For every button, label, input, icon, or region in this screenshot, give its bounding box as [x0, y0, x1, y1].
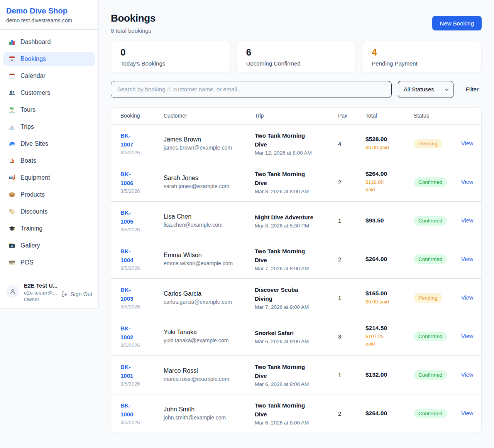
trip-datetime: Mar 8, 2026 at 5:30 PM — [255, 223, 338, 229]
sidebar-item-discounts[interactable]: Discounts — [3, 205, 95, 219]
booking-id-link[interactable]: BK-1001 — [120, 363, 142, 380]
stat-value: 6 — [246, 47, 347, 58]
view-link[interactable]: View — [461, 410, 473, 416]
booking-id-link[interactable]: BK-1004 — [120, 247, 142, 264]
customer-email: john.smith@example.com — [164, 414, 255, 421]
booking-id-link[interactable]: BK-1003 — [120, 286, 142, 303]
booking-date: 3/5/2026 — [120, 381, 164, 387]
booking-paid: $0.00 paid — [365, 298, 394, 306]
booking-id-link[interactable]: BK-1005 — [120, 209, 142, 226]
table-row: BK-1004 3/5/2026 Emma Wilson emma.wilson… — [111, 240, 481, 278]
column-header-booking: Booking — [120, 113, 164, 119]
view-link[interactable]: View — [461, 179, 473, 185]
table-row: BK-1002 3/5/2026 Yuki Tanaka yuki.tanaka… — [111, 317, 481, 355]
view-link[interactable]: View — [461, 256, 473, 262]
trip-name: Two Tank Morning Dive — [255, 247, 316, 265]
booking-paid: $132.00 paid — [365, 179, 394, 194]
booking-id-link[interactable]: BK-1000 — [120, 401, 142, 419]
column-header-status: Status — [414, 113, 461, 119]
sidebar-item-label: Discounts — [20, 208, 47, 215]
user-role: Owner — [24, 296, 58, 302]
table-body: BK-1007 3/5/2026 James Brown james.brown… — [111, 124, 481, 433]
sidebar-item-label: Bookings — [20, 56, 46, 62]
svg-text:17: 17 — [10, 58, 14, 62]
stat-value: 0 — [120, 47, 221, 58]
search-input[interactable] — [111, 81, 392, 98]
sidebar-item-label: Dive Sites — [20, 140, 48, 147]
customer-email: marco.rossi@example.com — [164, 376, 255, 382]
pax-count: 2 — [338, 179, 365, 185]
tag-icon — [8, 208, 15, 215]
new-booking-button[interactable]: New Booking — [432, 16, 482, 30]
sidebar-item-pos[interactable]: POS — [3, 256, 95, 269]
trip-datetime: Mar 7, 2026 at 9:00 AM — [255, 304, 338, 310]
booking-total: $93.50 — [365, 217, 414, 224]
sidebar-item-gallery[interactable]: Gallery — [3, 239, 95, 253]
booking-date: 3/5/2026 — [120, 227, 164, 232]
sidebar-item-products[interactable]: Products — [3, 188, 95, 202]
trip-datetime: Mar 7, 2026 at 8:00 AM — [255, 266, 338, 271]
person-icon — [9, 288, 16, 295]
sidebar-item-trips[interactable]: Trips — [3, 120, 95, 134]
avatar — [6, 285, 19, 298]
sidebar-item-equipment[interactable]: Equipment — [3, 171, 95, 185]
page-title: Bookings — [111, 13, 156, 24]
view-link[interactable]: View — [461, 333, 473, 339]
sidebar-item-label: Tours — [20, 106, 36, 113]
view-link[interactable]: View — [461, 372, 473, 378]
filter-button[interactable]: Filter — [463, 83, 482, 96]
sidebar-item-calendar[interactable]: Calendar — [3, 69, 95, 83]
sidebar-item-label: Trips — [20, 123, 34, 130]
column-header-total: Total — [365, 113, 414, 119]
status-badge: Confirmed — [414, 254, 447, 264]
booking-date: 3/5/2026 — [120, 342, 164, 348]
booking-id-link[interactable]: BK-1007 — [120, 131, 142, 149]
sidebar-item-label: Boats — [20, 157, 36, 164]
sign-out-button[interactable]: Sign Out — [61, 291, 92, 298]
booking-total: $132.00 — [365, 371, 414, 378]
customer-name: Carlos Garcia — [164, 290, 255, 297]
view-link[interactable]: View — [461, 217, 473, 224]
view-link[interactable]: View — [461, 295, 473, 301]
bookings-table: BookingCustomerTripPaxTotalStatus BK-100… — [111, 107, 482, 433]
pax-count: 1 — [338, 372, 365, 378]
camera-icon — [8, 242, 15, 249]
column-header-customer: Customer — [164, 113, 255, 119]
customer-email: yuki.tanaka@example.com — [164, 337, 255, 344]
sidebar-item-bookings[interactable]: 17Bookings — [3, 52, 95, 66]
booking-id-link[interactable]: BK-1002 — [120, 324, 142, 342]
pax-count: 2 — [338, 256, 365, 263]
sidebar-item-customers[interactable]: Customers — [3, 86, 95, 100]
diving-mask-icon — [8, 174, 15, 181]
page-subtitle: 8 total bookings — [111, 27, 156, 34]
status-filter-select[interactable]: All Statuses — [398, 81, 453, 98]
customer-email: lisa.chen@example.com — [164, 222, 255, 228]
sidebar-item-dashboard[interactable]: Dashboard — [3, 35, 95, 49]
sidebar-item-label: Dashboard — [20, 39, 51, 45]
customer-name: John Smith — [164, 406, 255, 413]
tear-off-calendar-icon — [8, 72, 15, 79]
brand-name: Demo Dive Shop — [6, 7, 92, 15]
sidebar-item-label: Products — [20, 191, 45, 198]
sidebar-item-boats[interactable]: Boats — [3, 154, 95, 168]
table-header-row: BookingCustomerTripPaxTotalStatus — [111, 108, 481, 124]
sidebar-item-training[interactable]: Training — [3, 222, 95, 236]
graduation-cap-icon — [8, 225, 15, 232]
pax-count: 4 — [338, 140, 365, 147]
trip-name: Two Tank Morning Dive — [255, 131, 316, 149]
status-badge: Confirmed — [414, 177, 447, 187]
sidebar-item-label: Gallery — [20, 242, 40, 249]
sidebar-item-dive-sites[interactable]: Dive Sites — [3, 137, 95, 151]
user-info: E2E Test U... e2e-tester@... Owner — [24, 283, 58, 302]
booking-date: 3/5/2026 — [120, 150, 164, 155]
trip-datetime: Mar 6, 2026 at 9:00 AM — [255, 339, 338, 344]
sidebar-item-tours[interactable]: Tours — [3, 103, 95, 117]
trip-name: Two Tank Morning Dive — [255, 401, 316, 419]
wave-icon — [8, 140, 15, 147]
trip-name: Snorkel Safari — [255, 328, 316, 337]
booking-id-link[interactable]: BK-1006 — [120, 170, 142, 187]
customer-email: sarah.jones@example.com — [164, 183, 255, 189]
brand-domain: demo.test.divestreams.com — [6, 17, 92, 24]
view-link[interactable]: View — [461, 140, 473, 147]
sidebar-item-label: Customers — [20, 89, 50, 96]
